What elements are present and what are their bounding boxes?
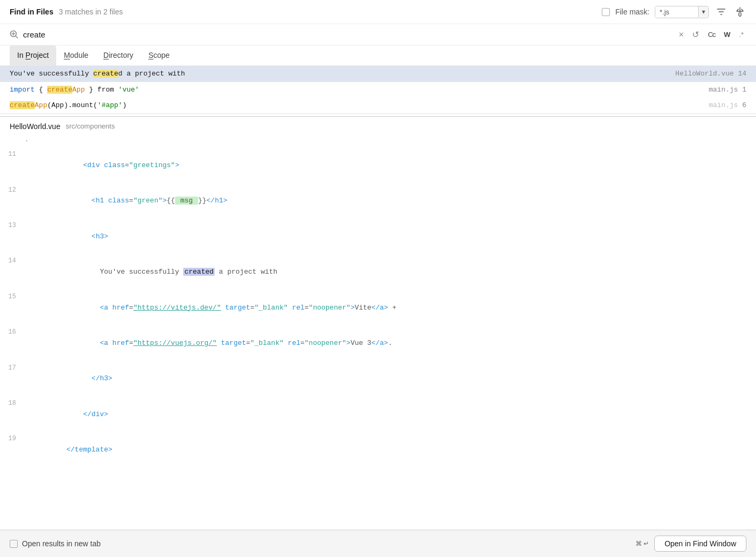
clear-search-btn[interactable]: × bbox=[676, 29, 686, 41]
result-pre-keyword: import bbox=[10, 86, 35, 94]
code-preview: HelloWorld.vue src/components · 11 <div … bbox=[0, 117, 756, 468]
code-line: 15 <a href="https://vitejs.dev/" target=… bbox=[0, 290, 756, 326]
code-line: 12 <h1 class="green">{{ msg }}</h1> bbox=[0, 184, 756, 219]
bottom-bar: Open results in new tab ⌘ ↵ Open in Find… bbox=[0, 530, 756, 557]
result-line-num: 6 bbox=[742, 101, 746, 109]
result-text: import { createApp } from 'vue' bbox=[10, 85, 698, 95]
code-line-content: <h1 class="green">{{ msg }}</h1> bbox=[25, 185, 756, 218]
open-find-window-wrap: ⌘ ↵ Open in Find Window bbox=[636, 536, 746, 552]
file-mask-input-wrap: ▾ bbox=[655, 6, 709, 18]
tabs-row: In Project Module Directory Scope bbox=[0, 46, 756, 66]
result-filename: main.js bbox=[709, 86, 738, 94]
code-line-content: · bbox=[25, 136, 756, 147]
search-row: × ↻ Cc W .* bbox=[0, 24, 756, 46]
code-line: 14 You've successfully created a project… bbox=[0, 254, 756, 290]
whole-word-btn[interactable]: W bbox=[721, 29, 733, 40]
result-close: ) bbox=[123, 101, 127, 109]
code-line-content: You've successfully created a project wi… bbox=[25, 255, 756, 289]
code-line-content: </h3> bbox=[25, 363, 756, 396]
result-text: You've successfully created a project wi… bbox=[10, 69, 664, 79]
file-mask-input[interactable] bbox=[655, 6, 698, 18]
open-find-window-btn[interactable]: Open in Find Window bbox=[654, 536, 746, 552]
tab-in-project[interactable]: In Project bbox=[10, 46, 56, 66]
result-location: HelloWorld.vue 14 bbox=[675, 69, 746, 79]
code-line-num: 11 bbox=[0, 150, 25, 158]
header-left: Find in Files 3 matches in 2 files bbox=[10, 7, 123, 16]
code-line-content: </div> bbox=[25, 398, 756, 431]
shortcut-cmd: ⌘ bbox=[636, 540, 642, 547]
code-file-header: HelloWorld.vue src/components bbox=[0, 117, 756, 135]
result-mid: } from bbox=[85, 86, 118, 94]
code-line-num: 14 bbox=[0, 257, 25, 265]
file-mask-checkbox[interactable] bbox=[602, 8, 610, 16]
code-line-content: <a href="https://vitejs.dev/" target="_b… bbox=[25, 291, 756, 325]
result-match-highlight: create bbox=[47, 86, 72, 94]
file-mask-label: File mask: bbox=[615, 7, 649, 16]
filter-icon[interactable] bbox=[714, 5, 728, 18]
code-line-content: <div class="greetings"> bbox=[25, 149, 756, 182]
search-icon bbox=[10, 30, 19, 39]
code-line: 13 <h3> bbox=[0, 219, 756, 254]
open-new-tab-checkbox[interactable] bbox=[10, 540, 18, 548]
result-line-num: 14 bbox=[738, 70, 746, 78]
code-line: 16 <a href="https://vuejs.org/" target="… bbox=[0, 326, 756, 361]
open-new-tab-wrap: Open results in new tab bbox=[10, 539, 101, 548]
find-in-files-panel: Find in Files 3 matches in 2 files File … bbox=[0, 0, 756, 468]
result-location: main.js 6 bbox=[709, 100, 746, 111]
open-new-tab-label: Open results in new tab bbox=[22, 539, 101, 548]
code-line-content: <h3> bbox=[25, 220, 756, 253]
result-rest: (App).mount( bbox=[47, 101, 97, 109]
code-line-content: <a href="https://vuejs.org/" target="_bl… bbox=[25, 327, 756, 360]
table-row[interactable]: createApp(App).mount('#app') main.js 6 bbox=[0, 97, 756, 114]
code-line: · bbox=[0, 135, 756, 148]
result-string: 'vue' bbox=[118, 86, 139, 94]
result-filename: main.js bbox=[709, 101, 738, 109]
result-location: main.js 1 bbox=[709, 85, 746, 95]
code-line-num: 16 bbox=[0, 328, 25, 336]
result-fn-name: App bbox=[72, 86, 85, 94]
result-match-highlight: create bbox=[93, 70, 118, 78]
result-filename: HelloWorld.vue bbox=[675, 70, 734, 78]
match-count: 3 matches in 2 files bbox=[59, 7, 123, 16]
top-panel: Find in Files 3 matches in 2 files File … bbox=[0, 0, 756, 114]
panel-title: Find in Files bbox=[10, 7, 54, 16]
code-filename: HelloWorld.vue bbox=[10, 122, 61, 131]
code-line: 17 </h3> bbox=[0, 362, 756, 397]
pin-icon[interactable] bbox=[734, 5, 746, 18]
code-filepath: src/components bbox=[66, 122, 115, 130]
case-sensitive-btn[interactable]: Cc bbox=[705, 29, 718, 40]
code-line: 18 </div> bbox=[0, 397, 756, 432]
result-line-num: 1 bbox=[742, 86, 746, 94]
shortcut-enter: ↵ bbox=[644, 540, 649, 547]
regex-btn[interactable]: .* bbox=[736, 29, 746, 40]
results-area: You've successfully created a project wi… bbox=[0, 66, 756, 114]
code-line-num: 18 bbox=[0, 400, 25, 407]
tab-module[interactable]: Module bbox=[56, 46, 96, 66]
tab-scope[interactable]: Scope bbox=[141, 46, 177, 66]
code-line-num: 12 bbox=[0, 186, 25, 194]
refresh-btn[interactable]: ↻ bbox=[690, 28, 702, 41]
result-post-match: d a project with bbox=[118, 70, 185, 78]
header-row: Find in Files 3 matches in 2 files File … bbox=[0, 0, 756, 24]
result-string: '#app' bbox=[97, 101, 123, 109]
file-mask-dropdown-btn[interactable]: ▾ bbox=[698, 6, 708, 17]
code-line-num: 13 bbox=[0, 222, 25, 229]
table-row[interactable]: You've successfully created a project wi… bbox=[0, 66, 756, 82]
code-line: 11 <div class="greetings"> bbox=[0, 148, 756, 183]
result-fn-cont: App bbox=[35, 101, 47, 109]
result-text: createApp(App).mount('#app') bbox=[10, 100, 698, 111]
search-input[interactable] bbox=[23, 30, 672, 39]
code-line: 19 </template> bbox=[0, 432, 756, 468]
code-line-num: 19 bbox=[0, 435, 25, 442]
code-line-num: 17 bbox=[0, 364, 25, 372]
result-match-highlight: create bbox=[10, 101, 35, 109]
code-line-num: 15 bbox=[0, 293, 25, 300]
table-row[interactable]: import { createApp } from 'vue' main.js … bbox=[0, 82, 756, 98]
header-right: File mask: ▾ bbox=[602, 5, 746, 18]
search-actions: × ↻ Cc W .* bbox=[676, 28, 746, 41]
code-area: · 11 <div class="greetings"> 12 <h1 clas… bbox=[0, 135, 756, 468]
result-space: { bbox=[35, 86, 47, 94]
tab-directory[interactable]: Directory bbox=[96, 46, 141, 66]
result-pre-match: You've successfully bbox=[10, 70, 93, 78]
code-line-content: </template> bbox=[25, 433, 756, 466]
